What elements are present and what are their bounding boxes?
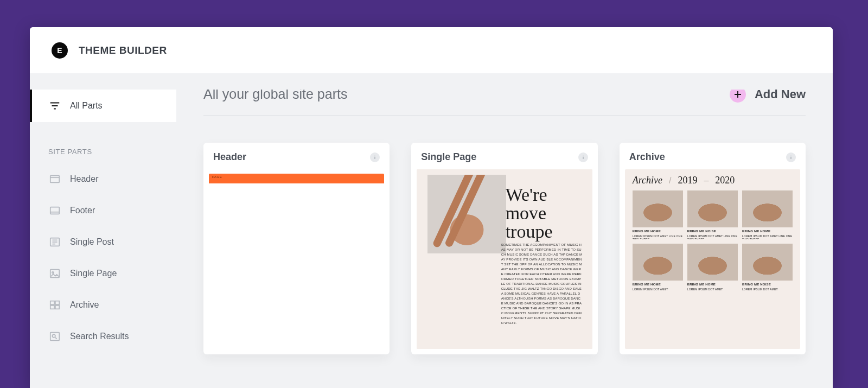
card-title: Single Page — [421, 151, 476, 163]
sidebar-section-heading: SITE PARTS — [30, 139, 176, 163]
header-template-thumb — [209, 174, 384, 183]
thumb-photo — [742, 190, 793, 227]
sidebar-item-search-results[interactable]: Search Results — [30, 321, 176, 352]
archive-cell: BRING ME HOMELOREM IPSUM DOT AMET LINE O… — [742, 190, 793, 239]
archive-thumb-grid: BRING ME HOMELOREM IPSUM DOT AMET LINE O… — [633, 190, 793, 292]
card-title: Header — [213, 151, 246, 163]
image-page-icon — [48, 267, 61, 280]
sidebar-all-parts-label: All Parts — [70, 101, 103, 111]
filter-icon — [48, 99, 61, 112]
svg-rect-25 — [583, 157, 583, 159]
card-archive[interactable]: Archive Archive / 2019 – 2020 — [620, 143, 806, 354]
thumb-headline: We're move troupe — [506, 186, 582, 241]
main-heading: All your global site parts — [203, 90, 347, 102]
info-icon[interactable] — [578, 152, 588, 162]
card-header[interactable]: Header — [203, 143, 390, 354]
nav-label: Single Page — [70, 269, 117, 278]
info-icon[interactable] — [786, 152, 796, 162]
archive-cell: BRING ME HOMELOREM IPSUM DOT AMET — [633, 244, 683, 292]
svg-rect-14 — [55, 301, 59, 304]
content-row: All Parts SITE PARTS Header — [30, 73, 833, 388]
topbar-title: THEME BUILDER — [79, 44, 167, 56]
layout-header-icon — [48, 173, 61, 186]
svg-point-22 — [374, 155, 375, 156]
archive-cell: BRING ME HOMELOREM IPSUM DOT AMET — [687, 244, 738, 292]
sidebar-item-single-post[interactable]: Single Post — [30, 226, 176, 258]
app-logo: E — [52, 42, 68, 59]
card-preview: Archive / 2019 – 2020 BRING ME HOMELOREM… — [625, 169, 800, 349]
svg-rect-16 — [55, 306, 59, 309]
archive-cell: BRING ME HOMELOREM IPSUM DOT AMET LINE O… — [633, 190, 683, 239]
card-preview: move troupe We're move troupe SOMETIMES … — [417, 169, 592, 349]
nav-label: Single Post — [70, 237, 114, 247]
thumb-photo — [427, 175, 506, 253]
nav-label: Header — [70, 174, 98, 184]
main-header: All your global site parts Add New — [203, 90, 806, 116]
nav-label: Search Results — [70, 332, 129, 341]
archive-cell: BRING ME NOISELOREM IPSUM DOT AMET LINE … — [687, 190, 738, 239]
sidebar-item-header[interactable]: Header — [30, 163, 176, 195]
svg-rect-27 — [790, 157, 791, 159]
info-icon[interactable] — [370, 152, 380, 162]
thumb-body-text: SOMETIMES THE ACCOMPANIMENT OF MUSIC HAS… — [501, 243, 583, 326]
thumb-photo — [742, 244, 793, 281]
card-preview — [209, 174, 384, 186]
search-list-icon — [48, 330, 61, 343]
archive-thumb: Archive / 2019 – 2020 BRING ME HOMELOREM… — [625, 169, 800, 349]
svg-rect-11 — [50, 270, 60, 278]
svg-rect-5 — [50, 207, 60, 214]
add-new-label: Add New — [755, 90, 806, 101]
card-header-bar: Single Page — [411, 143, 597, 169]
card-header-bar: Header — [203, 143, 390, 169]
card-title: Archive — [629, 151, 665, 163]
sidebar-all-parts[interactable]: All Parts — [30, 90, 176, 122]
svg-rect-15 — [50, 306, 54, 309]
svg-rect-3 — [50, 176, 60, 183]
add-new-button[interactable]: Add New — [730, 90, 806, 103]
topbar: E THEME BUILDER — [30, 27, 833, 73]
archive-cell: BRING ME NOISELOREM IPSUM DOT AMET — [742, 244, 793, 292]
app-window: E THEME BUILDER All Parts SITE PARTS — [30, 27, 833, 388]
svg-point-26 — [790, 155, 792, 156]
sidebar-item-footer[interactable]: Footer — [30, 195, 176, 226]
card-single-page[interactable]: Single Page move troupe We're move — [411, 143, 597, 354]
nav-label: Footer — [70, 206, 95, 215]
thumb-photo — [633, 190, 683, 227]
svg-line-19 — [55, 338, 57, 339]
svg-point-18 — [52, 334, 55, 338]
single-page-thumb: move troupe We're move troupe SOMETIMES … — [417, 169, 592, 349]
svg-rect-13 — [50, 301, 54, 304]
sidebar-item-archive[interactable]: Archive — [30, 289, 176, 321]
card-header-bar: Archive — [620, 143, 806, 169]
layout-footer-icon — [48, 204, 61, 217]
cards-grid: Header Single Page — [203, 143, 806, 354]
sidebar: All Parts SITE PARTS Header — [30, 90, 176, 388]
grid-icon — [48, 298, 61, 311]
thumb-photo — [687, 244, 738, 281]
svg-point-12 — [52, 272, 54, 273]
plus-icon — [730, 90, 746, 103]
article-icon — [48, 236, 61, 249]
svg-point-24 — [583, 155, 584, 156]
nav-label: Archive — [70, 300, 99, 310]
svg-rect-23 — [375, 157, 375, 159]
main-panel: All your global site parts Add New Heade… — [176, 90, 833, 388]
thumb-photo — [687, 190, 738, 227]
archive-thumb-heading: Archive / 2019 – 2020 — [633, 175, 793, 186]
sidebar-item-single-page[interactable]: Single Page — [30, 258, 176, 289]
app-logo-glyph: E — [57, 46, 62, 55]
thumb-photo — [633, 244, 683, 281]
